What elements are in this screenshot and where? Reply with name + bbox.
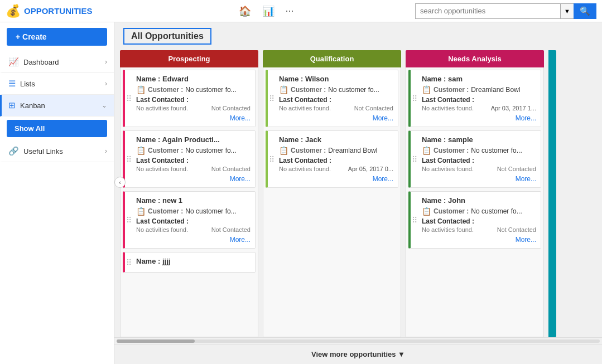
show-all-button[interactable]: Show All — [7, 120, 107, 137]
card-customer-field: 📋 Customer : No customer fo... — [136, 85, 251, 94]
card-activity: No activities found.Apr 05, 2017 0... — [279, 166, 393, 172]
card-more-link[interactable]: More... — [373, 114, 393, 122]
drag-handle-icon[interactable]: ⠿ — [269, 155, 274, 164]
col-body-needs-analysis[interactable]: ⠿ Name : sam 📋 Customer : Dreamland Bowl… — [406, 67, 544, 337]
card-status: Not Contacted — [497, 226, 536, 233]
kanban-icon: ⊞ — [8, 100, 16, 110]
card-more-link[interactable]: More... — [373, 175, 393, 183]
scroll-thumb — [117, 339, 195, 343]
card-customer-field: 📋 Customer : No customer fo... — [136, 207, 251, 216]
search-dropdown-button[interactable]: ▼ — [560, 3, 574, 19]
sidebar-item-dashboard[interactable]: 📈 Dashboard › — [0, 51, 114, 73]
drag-handle-icon[interactable]: ⠿ — [412, 216, 417, 225]
sidebar-item-lists[interactable]: ☰ Lists › — [0, 73, 114, 95]
sidebar: + Create 📈 Dashboard › ☰ Lists › ⊞ Kanba… — [0, 22, 114, 364]
app-logo: 💰 OPPORTUNITIES — [6, 4, 117, 18]
card-name: Name : John — [422, 196, 536, 205]
col-body-prospecting[interactable]: ⠿ Name : Edward 📋 Customer : No customer… — [120, 67, 258, 337]
card-activity: No activities found.Not Contacted — [422, 166, 536, 172]
sidebar-item-kanban-label: Kanban — [20, 101, 45, 110]
drag-handle-icon[interactable]: ⠿ — [412, 155, 417, 164]
card-date: Apr 05, 2017 0... — [348, 166, 393, 172]
kanban-scrollbar[interactable] — [114, 337, 602, 344]
drag-handle-icon[interactable]: ⠿ — [126, 94, 132, 103]
last-contacted-label: Last Contacted : — [422, 96, 536, 104]
last-contacted-label: Last Contacted : — [422, 217, 536, 225]
sidebar-item-kanban[interactable]: ⊞ Kanban ⌄ — [0, 95, 114, 117]
dashboard-icon: 📈 — [8, 57, 19, 67]
card-name: Name : sample — [422, 135, 536, 144]
sidebar-collapse-toggle[interactable]: ‹ — [114, 177, 126, 188]
kanban-area[interactable]: Prospecting⠿ Name : Edward 📋 Customer : … — [114, 50, 602, 337]
kanban-col-needs-analysis: Needs Analysis⠿ Name : sam 📋 Customer : … — [406, 50, 544, 337]
customer-doc-icon: 📋 — [136, 85, 146, 94]
card-status: Not Contacted — [497, 166, 536, 172]
create-button[interactable]: + Create — [7, 28, 107, 46]
card-more-link[interactable]: More... — [230, 175, 251, 183]
card-more-link[interactable]: More... — [516, 175, 536, 183]
search-input[interactable] — [415, 3, 560, 19]
logo-icon: 💰 — [6, 4, 21, 18]
card-name: Name : Wilson — [279, 75, 393, 83]
table-row[interactable]: ⠿ Name : John 📋 Customer : No customer f… — [408, 191, 541, 249]
sidebar-item-useful-links[interactable]: 🔗 Useful Links › — [0, 140, 114, 162]
kanban-scroll-inner: Prospecting⠿ Name : Edward 📋 Customer : … — [120, 50, 556, 337]
search-area: ▼ 🔍 — [415, 3, 596, 19]
table-row[interactable]: ⠿ Name : sam 📋 Customer : Dreamland Bowl… — [408, 70, 541, 127]
content-area: All Opportunities Prospecting⠿ Name : Ed… — [114, 22, 602, 364]
table-row[interactable]: ⠿ Name : Jack 📋 Customer : Dreamland Bow… — [266, 130, 398, 188]
main-layout: + Create 📈 Dashboard › ☰ Lists › ⊞ Kanba… — [0, 22, 602, 364]
drag-handle-icon[interactable]: ⠿ — [126, 216, 132, 225]
top-nav-center: 🏠 📊 ··· — [117, 3, 415, 20]
table-row[interactable]: ⠿ Name : sample 📋 Customer : No customer… — [408, 130, 541, 188]
card-more-link[interactable]: More... — [516, 114, 536, 122]
card-customer-field: 📋 Customer : No customer fo... — [136, 146, 251, 155]
card-name: Name : new 1 — [136, 196, 251, 205]
search-button[interactable]: 🔍 — [574, 3, 596, 19]
customer-doc-icon: 📋 — [422, 85, 431, 94]
last-contacted-label: Last Contacted : — [136, 96, 251, 104]
customer-doc-icon: 📋 — [422, 146, 431, 155]
card-activity: No activities found.Not Contacted — [422, 226, 536, 233]
customer-doc-icon: 📋 — [136, 207, 146, 216]
drag-handle-icon[interactable]: ⠿ — [269, 94, 274, 103]
lists-icon: ☰ — [8, 79, 16, 89]
table-row[interactable]: ⠿ Name : jjjj — [123, 252, 256, 273]
home-button[interactable]: 🏠 — [234, 3, 256, 20]
table-row[interactable]: ⠿ Name : Edward 📋 Customer : No customer… — [123, 70, 256, 127]
sidebar-item-lists-label: Lists — [20, 80, 35, 88]
more-button[interactable]: ··· — [281, 3, 298, 19]
card-customer-field: 📋 Customer : No customer fo... — [422, 207, 536, 216]
last-contacted-label: Last Contacted : — [279, 157, 393, 164]
sidebar-item-useful-links-label: Useful Links — [23, 147, 63, 156]
card-date: Apr 03, 2017 1... — [491, 105, 536, 111]
table-row[interactable]: ⠿ Name : Wilson 📋 Customer : No customer… — [266, 70, 398, 127]
customer-doc-icon: 📋 — [279, 85, 288, 94]
dashboard-chevron-icon: › — [105, 58, 107, 66]
last-contacted-label: Last Contacted : — [136, 217, 251, 225]
useful-links-chevron-icon: › — [105, 147, 107, 155]
content-header: All Opportunities — [114, 22, 602, 50]
card-more-link[interactable]: More... — [230, 236, 251, 244]
table-row[interactable]: ⠿ Name : new 1 📋 Customer : No customer … — [123, 191, 256, 249]
col-header-needs-analysis: Needs Analysis — [406, 50, 544, 67]
card-more-link[interactable]: More... — [516, 236, 536, 244]
card-more-link[interactable]: More... — [230, 114, 251, 122]
view-more-bar[interactable]: View more opportunities ▼ — [114, 344, 602, 364]
page-title: All Opportunities — [123, 28, 211, 45]
chart-button[interactable]: 📊 — [258, 3, 279, 20]
card-status: Not Contacted — [354, 105, 393, 111]
col-header-qualification: Qualification — [263, 50, 401, 67]
customer-doc-icon: 📋 — [279, 146, 288, 155]
kanban-col-prospecting: Prospecting⠿ Name : Edward 📋 Customer : … — [120, 50, 258, 337]
card-status: Not Contacted — [211, 226, 251, 233]
col-header-prospecting: Prospecting — [120, 50, 258, 67]
col-body-qualification[interactable]: ⠿ Name : Wilson 📋 Customer : No customer… — [263, 67, 401, 337]
last-contacted-label: Last Contacted : — [422, 157, 536, 164]
table-row[interactable]: ⠿ Name : Again Producti... 📋 Customer : … — [123, 130, 256, 188]
sidebar-item-dashboard-label: Dashboard — [23, 58, 59, 66]
drag-handle-icon[interactable]: ⠿ — [126, 258, 132, 267]
drag-handle-icon[interactable]: ⠿ — [126, 155, 132, 164]
drag-handle-icon[interactable]: ⠿ — [412, 94, 417, 103]
card-customer-field: 📋 Customer : Dreamland Bowl — [422, 85, 536, 94]
